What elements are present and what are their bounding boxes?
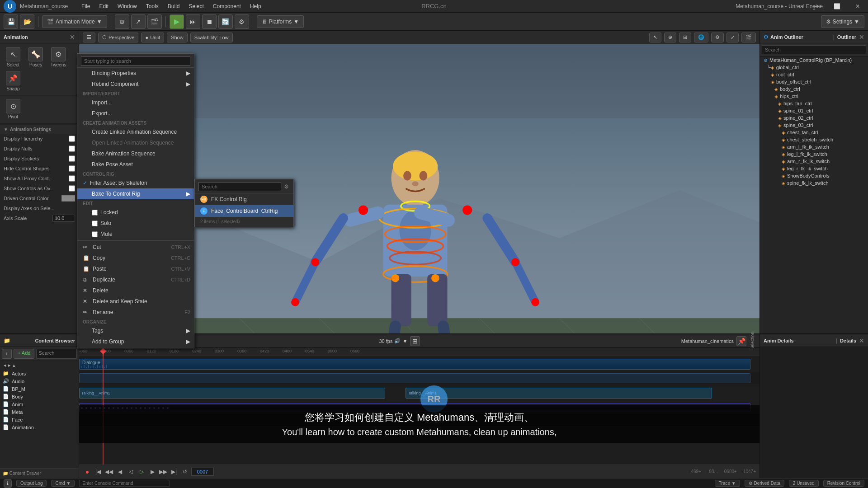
menu-component[interactable]: Component [208,1,245,11]
ctx-solo[interactable]: Solo [77,218,194,229]
sub-item-fk[interactable]: FK FK Control Rig [195,193,293,205]
loop-button[interactable]: 🔄 [218,14,233,29]
ctx-create-linked[interactable]: Create Linked Animation Sequence [77,127,194,137]
tree-item-15[interactable]: ◈ leg_r_fk_ik_switch [760,165,868,172]
close-button[interactable]: ✕ [847,0,868,13]
cb-item-animation2[interactable]: 📄 Animation [0,423,79,431]
ctx-mute-checkbox[interactable] [92,231,98,237]
display-hierarchy-checkbox[interactable] [69,136,75,142]
display-nulls-checkbox[interactable] [69,145,75,152]
tl-next-key-button[interactable]: ▶▶ [159,467,168,476]
expand-button[interactable]: ⤢ [726,33,739,42]
tree-item-4[interactable]: ◈ body_ctrl [760,85,868,93]
save-button[interactable]: 💾 [4,14,18,29]
ctx-delete[interactable]: ✕ Delete [77,285,194,296]
sub-item-face[interactable]: F Face_ControlBoard_CtrlRig [195,205,293,217]
ctx-tags[interactable]: Tags ▶ [77,325,194,336]
console-input[interactable] [79,480,170,487]
ctx-binding-props[interactable]: Binding Properties ▶ [77,68,194,79]
tl-loop-button[interactable]: ↺ [180,467,189,476]
tweens-tool[interactable]: ⚙ Tweens [47,45,70,69]
animation-panel-close[interactable]: ✕ [70,33,75,41]
transform3-button[interactable]: 🎬 [147,14,162,29]
settings-button[interactable]: ⚙ Settings ▼ [821,15,864,28]
platforms-button[interactable]: 🖥 Platforms ▼ [257,15,304,28]
tl-step-back-button[interactable]: ◀ [115,467,124,476]
minimize-button[interactable]: — [806,0,826,13]
save2-button[interactable]: 📂 [20,14,34,29]
cb-item-face[interactable]: 📄 Face [0,416,79,423]
play-button[interactable]: ▶ [170,14,184,29]
ctx-bake-pose[interactable]: Bake Pose Asset [77,159,194,170]
cb-add-label[interactable]: + Add [14,349,34,359]
tl-play-back-button[interactable]: ◁ [126,467,135,476]
cb-item-body[interactable]: 📄 Body [0,393,79,400]
grid-button[interactable]: ⊞ [679,33,691,42]
anim-outliner-search-input[interactable] [762,45,866,54]
tree-item-12[interactable]: ◈ arm_l_fk_ik_switch [760,143,868,150]
menu-help[interactable]: Help [245,1,266,11]
cb-item-anim[interactable]: 📄 Anim [0,400,79,408]
cursor-button[interactable]: ↖ [649,33,661,42]
settings2-button[interactable]: ⚙ [711,33,724,42]
display-sockets-checkbox[interactable] [69,155,75,162]
tree-item-11[interactable]: ◈ chest_stretch_switch [760,136,868,143]
ctx-open-linked[interactable]: Open Linked Animation Sequence [77,137,194,148]
cinema-button[interactable]: 🎬 [741,33,756,42]
tree-item-13[interactable]: ◈ leg_l_fk_ik_switch [760,150,868,158]
unlit-button[interactable]: ● Unlit [141,33,164,42]
ctx-paste[interactable]: 📋 Paste CTRL+V [77,263,194,274]
trace-button[interactable]: Trace ▼ [715,480,740,487]
ctx-copy[interactable]: 📋 Copy CTRL+C [77,253,194,263]
globe-button[interactable]: 🌐 [694,33,708,42]
step-forward-button[interactable]: ⏭ [186,14,200,29]
status-info-button[interactable]: ℹ [4,479,12,488]
tree-item-6[interactable]: ◈ hips_tan_ctrl [760,100,868,107]
tree-item-17[interactable]: ◈ spine_fk_ik_switch [760,179,868,187]
ctx-delete-keep[interactable]: ✕ Delete and Keep State [77,296,194,307]
axis-scale-input[interactable] [52,215,75,222]
tl-goto-end-button[interactable]: ▶| [170,467,179,476]
animation-mode-button[interactable]: 🎬 Animation Mode ▼ [42,15,107,28]
ctx-filter-asset[interactable]: ✓ Filter Asset By Skeleton [77,178,194,188]
ctx-locked[interactable]: Locked [77,207,194,218]
tree-item-14[interactable]: ◈ arm_r_fk_ik_switch [760,158,868,165]
menu-build[interactable]: Build [163,1,184,11]
cb-item-audio[interactable]: 🔊 Audio [0,377,79,385]
cb-item-actors[interactable]: 📁 Actors [0,370,79,377]
dialogue-clip[interactable]: Dialogue [79,359,750,370]
menu-tools[interactable]: Tools [142,1,163,11]
maximize-button[interactable]: ⬜ [826,0,847,13]
tree-item-0[interactable]: ⚙ MetaHuman_ControlRig (BP_Marcin) [760,56,868,64]
anim-container-clip[interactable] [79,373,750,383]
ctx-import[interactable]: Import... [77,97,194,108]
tree-item-16[interactable]: ◈ ShowBodyControls [760,172,868,179]
ctx-add-group[interactable]: Add to Group ▶ [77,336,194,347]
ctx-solo-checkbox[interactable] [92,221,98,226]
tree-item-3[interactable]: ◈ body_offset_ctrl [760,78,868,85]
show-controls-ov-checkbox[interactable] [69,185,75,192]
tl-view-button[interactable]: ⊞ [410,336,420,346]
menu-select[interactable]: Select [184,1,208,11]
ctx-rebind[interactable]: Rebind Component ▶ [77,79,194,89]
menu-edit[interactable]: Edit [94,1,113,11]
tree-item-5[interactable]: ◈ hips_ctrl [760,93,868,100]
hide-control-shapes-checkbox[interactable] [69,165,75,172]
tl-goto-start-button[interactable]: |◀ [94,467,103,476]
tree-item-10[interactable]: ◈ chest_tan_ctrl [760,129,868,136]
perspective-button[interactable]: ⬡ Perspective [98,33,138,42]
transform-gizmo-button[interactable]: ⊕ [664,33,676,42]
menu-file[interactable]: File [77,1,94,11]
derived-data-button[interactable]: ⚙ Derived Data [745,480,784,487]
ctx-rename[interactable]: ✏ Rename F2 [77,307,194,318]
tl-prev-key-button[interactable]: ◀◀ [104,467,113,476]
transform2-button[interactable]: ↗ [131,14,146,29]
pivot-tool[interactable]: ⊙ Pivot [2,97,24,121]
poses-tool[interactable]: 🦴 Poses [24,45,47,69]
driven-color-swatch[interactable] [61,195,75,202]
tl-record-button[interactable]: ● [83,467,92,476]
ctx-bake-control-rig[interactable]: Bake To Control Rig ▶ [77,188,194,199]
transform-button[interactable]: ⊕ [115,14,129,29]
tl-play-forward-button[interactable]: ▷ [137,467,146,476]
tree-item-9[interactable]: ◈ spine_03_ctrl [760,122,868,129]
